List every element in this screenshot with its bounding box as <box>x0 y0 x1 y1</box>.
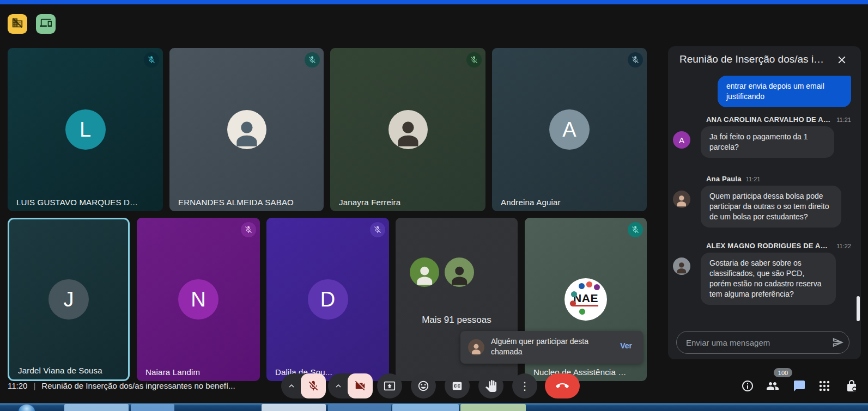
message-bubble: entrar envia depois um email justificand… <box>718 76 851 107</box>
toast-view-button[interactable]: Ver <box>620 341 632 350</box>
taskbar-app-button[interactable] <box>64 404 129 411</box>
participant-tile[interactable]: L LUIS GUSTAVO MARQUES DE AQ... <box>8 48 163 211</box>
extension-badge-green[interactable] <box>36 14 56 34</box>
message-bubble: Ja foi feito o pagamento da 1 parcela? <box>701 126 834 158</box>
avatar: L <box>65 109 106 150</box>
start-button[interactable] <box>19 404 35 411</box>
call-end-icon <box>556 379 569 392</box>
emoji-icon <box>417 380 429 392</box>
camera-toggle-button[interactable] <box>348 373 373 398</box>
taskbar-app-button[interactable] <box>262 404 326 411</box>
taskbar-app-button[interactable] <box>392 404 459 411</box>
chat-button[interactable] <box>793 379 806 392</box>
meeting-info-controls: 100 <box>730 373 868 398</box>
participant-tile[interactable]: D Dalila de Sou... <box>266 218 389 381</box>
windows-taskbar[interactable] <box>0 403 868 411</box>
extension-badge-yellow[interactable] <box>8 14 27 34</box>
end-call-button[interactable] <box>545 373 580 398</box>
browser-loading-bar <box>0 0 868 4</box>
avatar <box>673 257 690 275</box>
mic-muted-icon <box>466 52 482 68</box>
chat-message-input[interactable] <box>677 338 827 347</box>
participant-name: ERNANDES ALMEIDA SABAO <box>178 198 304 207</box>
participant-tile[interactable]: ERNANDES ALMEIDA SABAO <box>169 48 324 211</box>
chat-panel: Reunião de Inserção dos/as ingre... entr… <box>668 46 861 359</box>
more-options-button[interactable]: ⋮ <box>512 373 537 398</box>
avatar <box>410 257 439 287</box>
taskbar-app-button[interactable] <box>460 404 526 411</box>
toast-text: Alguém quer participar desta chamada <box>491 336 600 357</box>
more-people-label: Mais 91 pessoas <box>396 315 518 326</box>
chat-message: ALEX MAGNO RODRIGUES DE ARAUJO 11:22 Gos… <box>701 242 851 305</box>
more-vert-icon: ⋮ <box>519 381 530 391</box>
avatar: A <box>549 109 590 150</box>
message-time: 11:21 <box>836 116 851 123</box>
nae-logo-dot <box>586 281 592 287</box>
chat-input-container <box>676 331 849 354</box>
close-chat-button[interactable] <box>836 54 848 66</box>
participant-tile[interactable]: Janayra Ferreira <box>330 48 485 211</box>
chat-message: ANA CAROLINA CARVALHO DE ALME... 11:21 A… <box>701 115 851 158</box>
lock-icon <box>845 379 858 392</box>
avatar <box>673 191 690 208</box>
nae-logo-dot <box>579 283 585 289</box>
apps-grid-icon <box>818 379 831 392</box>
taskbar-app-button[interactable] <box>328 404 391 411</box>
nae-logo-dot <box>579 309 585 315</box>
message-bubble: Quem participa dessa bolsa pode particip… <box>701 186 841 228</box>
participants-button[interactable] <box>766 379 779 392</box>
participant-tile[interactable]: A Andreina Aguiar <box>492 48 647 211</box>
host-controls-button[interactable] <box>845 379 858 392</box>
avatar <box>445 257 474 287</box>
mic-muted-icon <box>144 52 159 68</box>
domain-disabled-icon <box>11 17 23 31</box>
close-icon <box>836 54 848 66</box>
mic-off-icon <box>307 380 319 392</box>
participant-tile[interactable]: N Naiara Landim <box>137 218 260 381</box>
chevron-up-icon <box>333 381 343 391</box>
mic-muted-icon <box>305 52 320 68</box>
activities-button[interactable] <box>818 379 831 392</box>
avatar: D <box>308 279 348 320</box>
message-sender: ALEX MAGNO RODRIGUES DE ARAUJO <box>706 242 832 250</box>
meet-window: L LUIS GUSTAVO MARQUES DE AQ... ERNANDES… <box>0 0 868 411</box>
avatar: N <box>178 279 218 320</box>
mic-muted-icon <box>628 52 643 68</box>
message-time: 11:22 <box>836 243 851 249</box>
message-sender: ANA CAROLINA CARVALHO DE ALME... <box>706 115 832 124</box>
info-icon <box>741 379 754 392</box>
reactions-button[interactable] <box>411 373 436 398</box>
participant-name: LUIS GUSTAVO MARQUES DE AQ... <box>16 198 143 207</box>
participant-tile-active[interactable]: J Jardel Viana de Sousa <box>8 218 130 381</box>
mic-toggle-button[interactable] <box>301 373 326 398</box>
nae-logo-text: NAE <box>573 292 598 306</box>
present-button[interactable] <box>377 373 402 398</box>
camera-off-icon <box>354 380 366 392</box>
nae-logo-dot <box>594 284 600 290</box>
chat-panel-title: Reunião de Inserção dos/as ingre... <box>679 53 827 65</box>
mic-muted-icon <box>241 222 256 237</box>
meeting-details-button[interactable] <box>741 379 754 392</box>
participant-name: Andreina Aguiar <box>501 198 627 207</box>
avatar <box>468 339 484 355</box>
captions-icon <box>451 380 463 392</box>
present-icon <box>384 380 396 392</box>
message-bubble: Gostaria de saber sobre os classificados… <box>701 253 836 305</box>
send-message-button[interactable] <box>827 332 849 353</box>
captions-button[interactable] <box>445 373 470 398</box>
control-bar: ⋮ <box>0 373 648 398</box>
participants-count-badge: 100 <box>774 368 792 377</box>
nae-logo: NAE <box>564 278 607 321</box>
chat-message-own: entrar envia depois um email justificand… <box>701 76 851 107</box>
nae-logo-dot <box>570 300 576 306</box>
mic-muted-icon <box>370 222 385 237</box>
chat-message: Ana Paula 11:21 Quem participa dessa bol… <box>701 175 851 228</box>
message-sender: Ana Paula <box>706 175 742 183</box>
people-icon <box>766 379 779 392</box>
taskbar-app-button[interactable] <box>131 404 174 411</box>
raise-hand-button[interactable] <box>478 373 503 398</box>
devices-icon <box>40 17 52 31</box>
nae-logo-dot <box>571 291 577 297</box>
avatar <box>227 110 266 149</box>
chat-scrollbar-thumb[interactable] <box>857 296 860 321</box>
